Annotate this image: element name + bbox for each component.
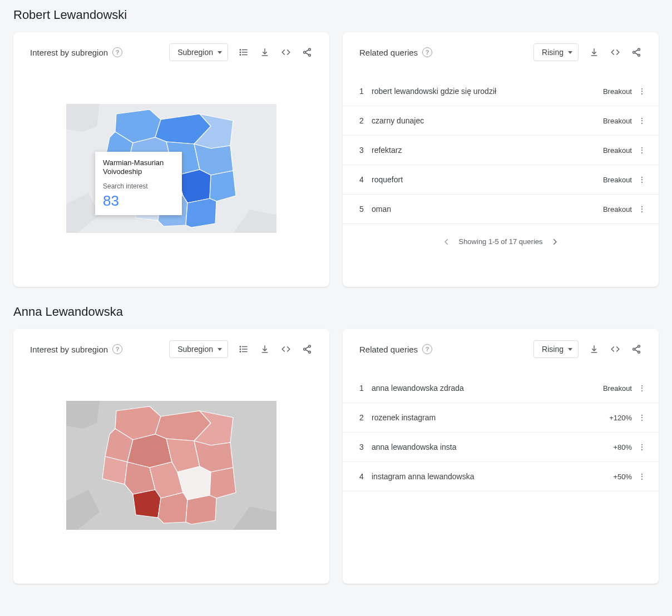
svg-point-21 <box>240 349 241 350</box>
query-value: +80% <box>613 443 632 451</box>
subregion-dropdown[interactable]: Subregion <box>169 340 228 358</box>
svg-point-22 <box>240 351 241 352</box>
download-icon[interactable] <box>255 339 275 359</box>
more-icon[interactable]: ⋮ <box>638 175 646 184</box>
query-value: Breakout <box>603 176 632 184</box>
query-text: anna lewandowska zdrada <box>372 384 603 393</box>
more-icon[interactable]: ⋮ <box>638 443 646 451</box>
help-icon[interactable]: ? <box>112 47 122 57</box>
pager-text: Showing 1-5 of 17 queries <box>458 237 542 246</box>
query-row[interactable]: 4 instagram anna lewandowska +50% ⋮ <box>343 462 659 491</box>
card-header: Interest by subregion ? Subregion <box>13 339 329 362</box>
pager: Showing 1-5 of 17 queries <box>343 224 659 251</box>
query-rank: 3 <box>359 146 372 155</box>
query-rank: 1 <box>359 87 372 96</box>
query-row[interactable]: 1 anna lewandowska zdrada Breakout ⋮ <box>343 374 659 403</box>
help-icon[interactable]: ? <box>422 47 432 57</box>
more-icon[interactable]: ⋮ <box>638 116 646 125</box>
query-text: robert lewandowski gdzie się urodził <box>372 87 603 96</box>
query-text: anna lewandowska insta <box>372 443 613 451</box>
query-rank: 4 <box>359 175 372 184</box>
chevron-down-icon <box>218 51 222 54</box>
query-value: Breakout <box>603 87 632 96</box>
queries-card: Related queries ? Rising 1 <box>343 329 659 584</box>
embed-icon[interactable] <box>276 339 296 359</box>
chevron-down-icon <box>218 348 222 351</box>
map-card: Interest by subregion ? Subregion <box>13 329 329 584</box>
query-text: czarny dunajec <box>372 116 603 125</box>
query-row[interactable]: 4 roquefort Breakout ⋮ <box>343 165 659 195</box>
map-card: Interest by subregion ? Subregion <box>13 32 329 287</box>
share-icon[interactable] <box>626 339 646 359</box>
more-icon[interactable]: ⋮ <box>638 472 646 481</box>
next-page-icon[interactable] <box>551 238 559 246</box>
query-list: 1 robert lewandowski gdzie się urodził B… <box>343 77 659 224</box>
card-header: Related queries ? Rising <box>343 339 659 362</box>
poland-map-red <box>66 401 276 530</box>
query-value: Breakout <box>603 146 632 155</box>
list-view-icon[interactable] <box>234 42 254 62</box>
query-rank: 4 <box>359 472 372 481</box>
map-area[interactable] <box>13 362 329 568</box>
embed-icon[interactable] <box>605 42 625 62</box>
list-view-icon[interactable] <box>234 339 254 359</box>
more-icon[interactable]: ⋮ <box>638 384 646 393</box>
query-text: roquefort <box>372 175 603 184</box>
svg-line-10 <box>305 53 309 55</box>
map-area[interactable]: Warmian-Masurian Voivodeship Search inte… <box>13 66 329 271</box>
card-title: Interest by subregion <box>30 345 108 354</box>
dropdown-label: Rising <box>542 345 564 354</box>
svg-line-26 <box>305 347 309 349</box>
query-row[interactable]: 3 refektarz Breakout ⋮ <box>343 136 659 165</box>
tooltip-label: Search interest <box>103 182 174 190</box>
dropdown-label: Subregion <box>177 48 213 57</box>
query-list: 1 anna lewandowska zdrada Breakout ⋮ 2 r… <box>343 374 659 491</box>
share-icon[interactable] <box>626 42 646 62</box>
query-text: refektarz <box>372 146 603 155</box>
help-icon[interactable]: ? <box>422 344 432 354</box>
query-value: +50% <box>613 473 632 481</box>
prev-page-icon[interactable] <box>443 238 451 246</box>
section-row: Interest by subregion ? Subregion <box>13 329 659 584</box>
more-icon[interactable]: ⋮ <box>638 146 646 155</box>
query-rank: 2 <box>359 116 372 125</box>
query-row[interactable]: 5 oman Breakout ⋮ <box>343 195 659 224</box>
query-row[interactable]: 3 anna lewandowska insta +80% ⋮ <box>343 433 659 462</box>
rising-dropdown[interactable]: Rising <box>533 43 579 61</box>
download-icon[interactable] <box>584 339 604 359</box>
more-icon[interactable]: ⋮ <box>638 205 646 213</box>
svg-line-32 <box>635 347 638 349</box>
svg-point-5 <box>240 54 241 56</box>
download-icon[interactable] <box>584 42 604 62</box>
embed-icon[interactable] <box>276 42 296 62</box>
query-text: oman <box>372 205 603 213</box>
tooltip-value: 83 <box>103 192 174 210</box>
query-text: rozenek instagram <box>372 413 609 422</box>
embed-icon[interactable] <box>605 339 625 359</box>
queries-card: Related queries ? Rising 1 <box>343 32 659 287</box>
svg-line-9 <box>305 50 309 52</box>
query-row[interactable]: 2 rozenek instagram +120% ⋮ <box>343 403 659 433</box>
tooltip-region: Warmian-Masurian Voivodeship <box>103 158 174 177</box>
card-title: Interest by subregion <box>30 48 108 57</box>
help-icon[interactable]: ? <box>112 344 122 354</box>
dropdown-label: Subregion <box>177 345 213 354</box>
subregion-dropdown[interactable]: Subregion <box>169 43 228 61</box>
query-value: Breakout <box>603 205 632 213</box>
card-title: Related queries <box>359 345 418 354</box>
download-icon[interactable] <box>255 42 275 62</box>
share-icon[interactable] <box>297 42 317 62</box>
section-row: Interest by subregion ? Subregion <box>13 32 659 287</box>
share-icon[interactable] <box>297 339 317 359</box>
query-row[interactable]: 2 czarny dunajec Breakout ⋮ <box>343 106 659 136</box>
more-icon[interactable]: ⋮ <box>638 413 646 422</box>
rising-dropdown[interactable]: Rising <box>533 340 579 358</box>
chevron-down-icon <box>568 348 572 351</box>
query-row[interactable]: 1 robert lewandowski gdzie się urodził B… <box>343 77 659 106</box>
section-title: Anna Lewandowska <box>13 305 659 319</box>
svg-line-33 <box>635 350 638 352</box>
svg-point-20 <box>240 346 241 347</box>
more-icon[interactable]: ⋮ <box>638 87 646 96</box>
svg-point-4 <box>240 52 241 53</box>
section-title: Robert Lewandowski <box>13 8 659 22</box>
